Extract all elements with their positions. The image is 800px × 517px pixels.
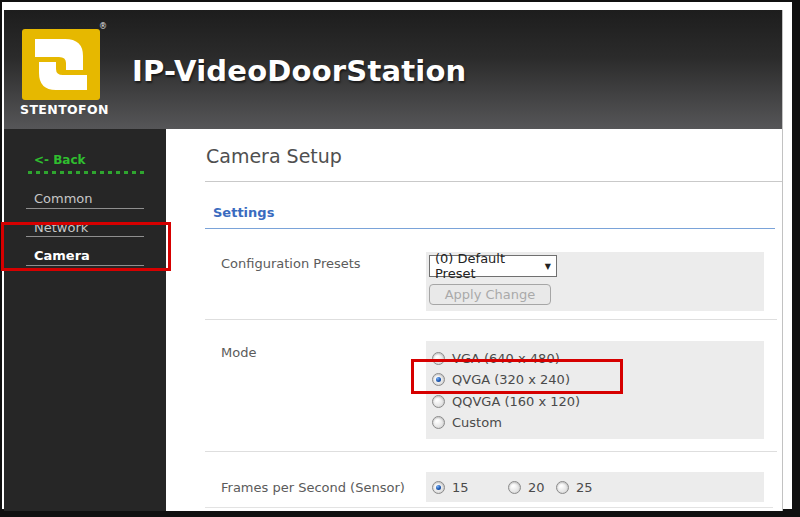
section-divider [205, 451, 777, 452]
camera-setup-content: Camera Setup Settings Configuration Pres… [166, 129, 782, 511]
browser-viewport: ® STENTOFON IP-VideoDoorStation <- Back … [2, 2, 792, 509]
configuration-presets-label: Configuration Presets [221, 256, 361, 271]
app-header: ® STENTOFON IP-VideoDoorStation [4, 10, 782, 129]
radio-button-icon[interactable] [556, 481, 569, 494]
section-divider [205, 319, 777, 320]
frames-per-second-label: Frames per Second (Sensor) [221, 480, 405, 495]
sidebar-divider [26, 265, 144, 266]
page-title-header: IP-VideoDoorStation [132, 54, 466, 88]
page-right-edge [782, 10, 783, 511]
radio-option-fps-15[interactable]: 15 [432, 480, 469, 495]
radio-option-fps-20[interactable]: 20 [508, 480, 545, 495]
radio-option-qqvga[interactable]: QQVGA (160 x 120) [432, 394, 580, 409]
page-heading: Camera Setup [206, 145, 342, 167]
radio-option-vga[interactable]: VGA (640 x 480) [432, 351, 560, 366]
heading-divider [205, 181, 782, 182]
radio-button-icon[interactable] [432, 352, 445, 365]
radio-button-icon[interactable] [508, 481, 521, 494]
sidebar-item-common[interactable]: Common [34, 191, 93, 206]
sidebar-nav: <- Back Common Network Camera [4, 129, 166, 511]
bottom-divider [205, 507, 773, 508]
logo-brand-text: STENTOFON [20, 102, 104, 117]
radio-option-fps-25[interactable]: 25 [556, 480, 593, 495]
radio-option-custom[interactable]: Custom [432, 415, 502, 430]
radio-button-selected-icon[interactable] [432, 481, 445, 494]
fps-panel [426, 472, 764, 502]
configuration-presets-select[interactable]: (0) Default Preset ▼ [429, 255, 557, 277]
mode-label: Mode [221, 345, 256, 360]
sidebar-divider [26, 236, 144, 237]
sidebar-item-network[interactable]: Network [34, 220, 88, 235]
ip-videodoorstation-window: { "header": { "title": "IP-VideoDoorStat… [0, 0, 800, 517]
settings-section-heading: Settings [213, 205, 274, 220]
radio-button-selected-icon[interactable] [432, 373, 445, 386]
back-link-dashed-divider [28, 171, 148, 174]
registered-trademark-icon: ® [99, 22, 107, 31]
radio-button-icon[interactable] [432, 395, 445, 408]
sidebar-divider [26, 208, 144, 209]
dropdown-arrow-icon: ▼ [545, 262, 551, 271]
apply-change-button[interactable]: Apply Change [429, 284, 551, 305]
settings-divider [205, 228, 775, 229]
stentofon-logo [22, 29, 100, 100]
radio-option-qvga[interactable]: QVGA (320 x 240) [432, 372, 570, 387]
select-value: (0) Default Preset [435, 251, 545, 281]
sidebar-back-link[interactable]: <- Back [34, 153, 86, 167]
sidebar-item-camera[interactable]: Camera [34, 248, 90, 263]
radio-button-icon[interactable] [432, 416, 445, 429]
